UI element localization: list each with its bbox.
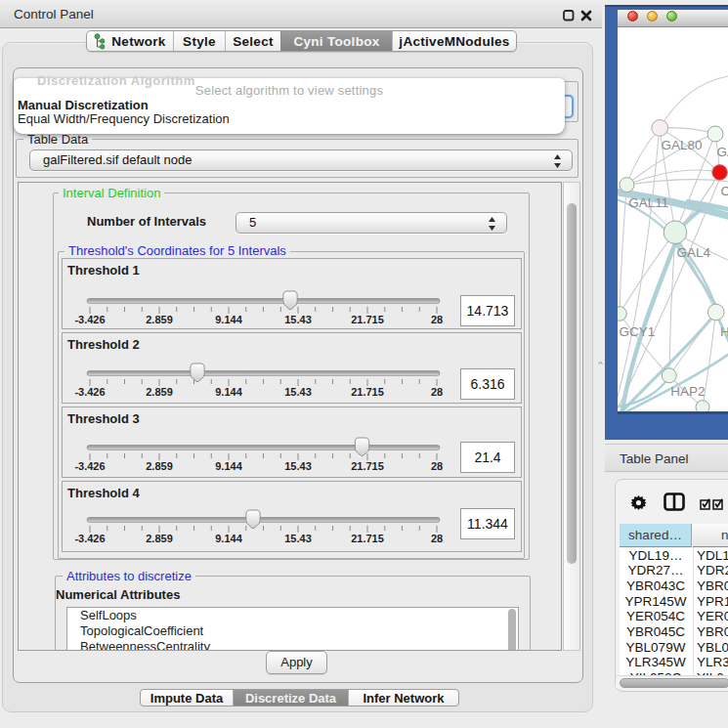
svg-text:C: C (721, 184, 728, 198)
svg-text:15.43: 15.43 (284, 533, 312, 544)
svg-text:GA: GA (716, 145, 728, 159)
svg-text:GAL80: GAL80 (662, 138, 703, 152)
svg-text:9.144: 9.144 (215, 533, 242, 544)
svg-text:28: 28 (431, 314, 443, 325)
svg-text:21.715: 21.715 (351, 533, 384, 544)
svg-text:GCY1: GCY1 (620, 324, 656, 339)
svg-text:2.859: 2.859 (146, 533, 173, 544)
svg-text:28: 28 (431, 533, 443, 544)
svg-text:GAL11: GAL11 (628, 195, 668, 210)
svg-text:-3.426: -3.426 (74, 314, 105, 325)
svg-text:21.715: 21.715 (351, 460, 384, 472)
svg-text:9.144: 9.144 (215, 386, 242, 398)
svg-text:2.859: 2.859 (146, 460, 173, 472)
svg-text:-3.426: -3.426 (74, 460, 105, 472)
svg-text:15.43: 15.43 (284, 460, 312, 472)
svg-text:9.144: 9.144 (215, 314, 242, 325)
svg-text:9.144: 9.144 (215, 460, 242, 472)
svg-text:GAL4: GAL4 (677, 245, 711, 260)
svg-text:15.43: 15.43 (284, 314, 312, 325)
svg-text:15.43: 15.43 (284, 386, 312, 398)
svg-text:HI: HI (720, 324, 728, 339)
svg-text:28: 28 (431, 460, 443, 472)
svg-text:-3.426: -3.426 (74, 533, 105, 544)
svg-text:2.859: 2.859 (146, 314, 173, 325)
svg-text:-3.426: -3.426 (74, 386, 105, 398)
svg-text:28: 28 (431, 386, 443, 398)
svg-text:2.859: 2.859 (146, 386, 173, 398)
svg-text:21.715: 21.715 (351, 386, 384, 398)
svg-text:21.715: 21.715 (351, 314, 384, 325)
svg-text:HAP2: HAP2 (670, 384, 705, 399)
